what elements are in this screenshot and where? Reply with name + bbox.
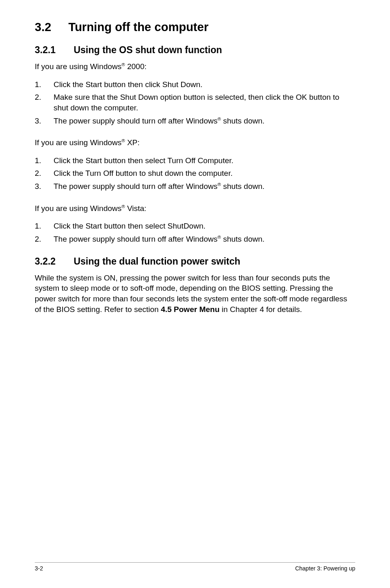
list-item: Click the Start button then click Shut D… (35, 79, 355, 90)
registered-mark: ® (121, 204, 125, 209)
intro-text: If you are using Windows® Vista: (35, 203, 355, 214)
list-item: The power supply should turn off after W… (35, 181, 355, 192)
chapter-label: Chapter 3: Powering up (295, 565, 355, 572)
list-item: Click the Turn Off button to shut down t… (35, 168, 355, 179)
subsection-heading: 3.2.1Using the OS shut down function (35, 45, 355, 56)
steps-list: Click the Start button then select Turn … (35, 155, 355, 192)
body-text: While the system is ON, pressing the pow… (35, 273, 355, 315)
list-item: Click the Start button then select Turn … (35, 155, 355, 166)
registered-mark: ® (121, 62, 125, 67)
steps-list: Click the Start button then click Shut D… (35, 79, 355, 126)
list-item: Make sure that the Shut Down option butt… (35, 92, 355, 113)
subsection-title: Using the dual function power switch (74, 256, 240, 267)
registered-mark: ® (121, 138, 125, 143)
list-item: The power supply should turn off after W… (35, 234, 355, 245)
list-item: Click the Start button then select ShutD… (35, 221, 355, 231)
page-footer: 3-2 Chapter 3: Powering up (35, 562, 355, 572)
list-item: The power supply should turn off after W… (35, 116, 355, 126)
intro-text: If you are using Windows® XP: (35, 137, 355, 148)
section-title: Turning off the computer (68, 20, 208, 34)
section-number: 3.2 (35, 20, 51, 34)
subsection-heading: 3.2.2Using the dual function power switc… (35, 256, 355, 267)
subsection-title: Using the OS shut down function (74, 45, 222, 55)
intro-text: If you are using Windows® 2000: (35, 61, 355, 72)
steps-list: Click the Start button then select ShutD… (35, 221, 355, 244)
subsection-number: 3.2.1 (35, 45, 56, 56)
bold-reference: 4.5 Power Menu (161, 305, 220, 314)
section-heading: 3.2Turning off the computer (35, 20, 355, 34)
page-number: 3-2 (35, 565, 43, 572)
subsection-number: 3.2.2 (35, 256, 56, 267)
